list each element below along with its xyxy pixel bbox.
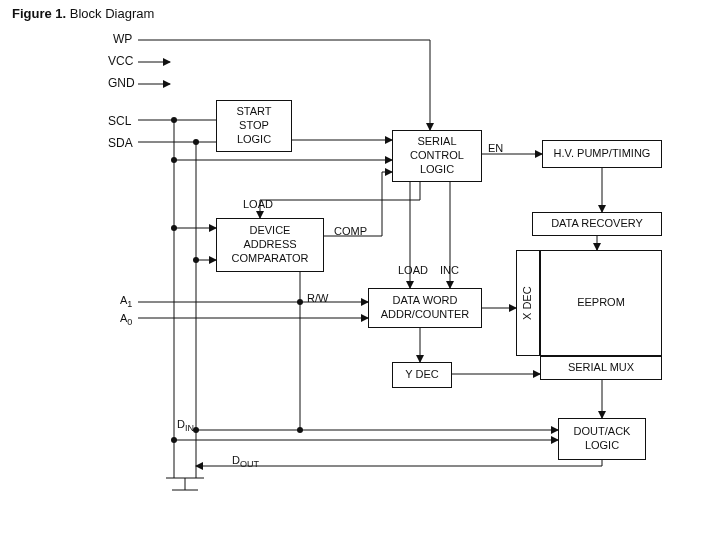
- block-y-dec: Y DEC: [392, 362, 452, 388]
- block-eeprom-label: EEPROM: [577, 296, 625, 310]
- block-x-dec: X DEC: [516, 250, 540, 356]
- block-dout-ack-logic: DOUT/ACKLOGIC: [558, 418, 646, 460]
- sig-dout: DOUT: [232, 454, 259, 469]
- pin-sda: SDA: [108, 136, 133, 150]
- sig-load: LOAD: [243, 198, 273, 210]
- block-y-dec-label: Y DEC: [405, 368, 438, 382]
- svg-point-8: [171, 157, 177, 163]
- sig-rw: R/W: [307, 292, 328, 304]
- pin-a0: A0: [120, 312, 132, 327]
- pin-a1: A1: [120, 294, 132, 309]
- figure-number: Figure 1.: [12, 6, 66, 21]
- sig-load2: LOAD: [398, 264, 428, 276]
- block-serial-control-logic: SERIALCONTROLLOGIC: [392, 130, 482, 182]
- block-hv-pump-timing-label: H.V. PUMP/TIMING: [554, 147, 651, 161]
- svg-point-10: [171, 225, 177, 231]
- block-eeprom: EEPROM: [540, 250, 662, 356]
- svg-point-39: [297, 299, 303, 305]
- block-device-address-comparator: DEVICEADDRESSCOMPARATOR: [216, 218, 324, 272]
- block-data-word-addr-counter-label: DATA WORDADDR/COUNTER: [381, 294, 470, 322]
- sig-inc: INC: [440, 264, 459, 276]
- sig-en: EN: [488, 142, 503, 154]
- pin-gnd: GND: [108, 76, 135, 90]
- svg-point-17: [193, 257, 199, 263]
- block-serial-control-logic-label: SERIALCONTROLLOGIC: [410, 135, 464, 176]
- svg-point-45: [297, 427, 303, 433]
- block-x-dec-label: X DEC: [521, 286, 535, 320]
- block-start-stop-logic-label: STARTSTOPLOGIC: [236, 105, 271, 146]
- block-data-recovery: DATA RECOVERY: [532, 212, 662, 236]
- sig-comp: COMP: [334, 225, 367, 237]
- pin-vcc: VCC: [108, 54, 133, 68]
- block-dout-ack-logic-label: DOUT/ACKLOGIC: [574, 425, 631, 453]
- svg-point-5: [171, 117, 177, 123]
- svg-point-12: [171, 437, 177, 443]
- figure-title: Figure 1. Block Diagram: [12, 6, 154, 21]
- block-serial-mux-label: SERIAL MUX: [568, 361, 634, 375]
- svg-point-14: [193, 139, 199, 145]
- pin-wp: WP: [113, 32, 132, 46]
- block-data-recovery-label: DATA RECOVERY: [551, 217, 643, 231]
- block-device-address-comparator-label: DEVICEADDRESSCOMPARATOR: [231, 224, 308, 265]
- sig-din: DIN: [177, 418, 194, 433]
- block-serial-mux: SERIAL MUX: [540, 356, 662, 380]
- block-hv-pump-timing: H.V. PUMP/TIMING: [542, 140, 662, 168]
- figure-name: Block Diagram: [70, 6, 155, 21]
- block-data-word-addr-counter: DATA WORDADDR/COUNTER: [368, 288, 482, 328]
- block-start-stop-logic: STARTSTOPLOGIC: [216, 100, 292, 152]
- pin-scl: SCL: [108, 114, 131, 128]
